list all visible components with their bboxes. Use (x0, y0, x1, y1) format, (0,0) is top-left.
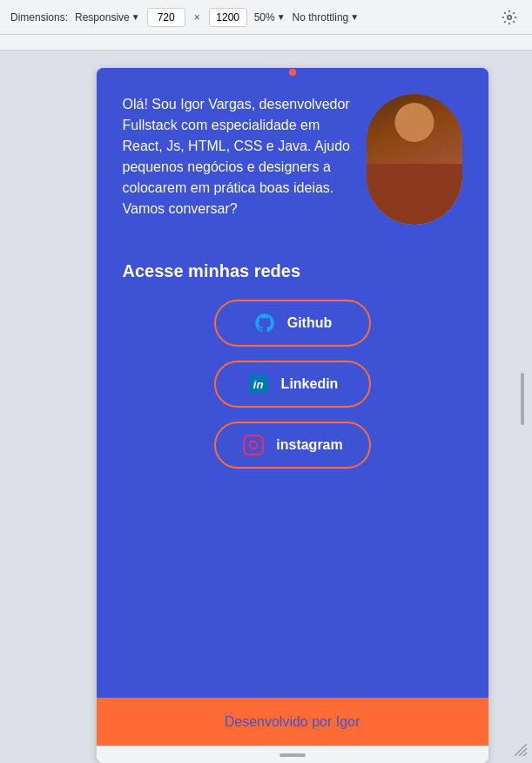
svg-point-2 (250, 442, 258, 449)
throttle-value: No throttling (293, 11, 349, 24)
page-footer: Desenvolvido por Igor (97, 698, 488, 746)
linkedin-button[interactable]: in Linkedin (214, 361, 371, 408)
social-buttons: Github in Linkedin (123, 300, 462, 469)
person-avatar (367, 94, 462, 225)
svg-point-0 (508, 15, 512, 19)
responsive-select[interactable]: Responsive ▼ (75, 11, 140, 24)
hero-image (367, 94, 462, 225)
responsive-arrow: ▼ (131, 12, 140, 22)
hero-text: Olá! Sou Igor Vargas, desenvolvedor Full… (123, 94, 353, 225)
scroll-indicator (279, 753, 306, 757)
footer-text: Desenvolvido por Igor (225, 714, 360, 730)
svg-line-6 (523, 753, 527, 756)
github-label: Github (287, 315, 333, 331)
dimension-separator: × (194, 11, 200, 24)
hero-section: Olá! Sou Igor Vargas, desenvolvedor Full… (97, 77, 488, 251)
settings-button[interactable] (497, 5, 522, 30)
resize-handle[interactable] (515, 744, 527, 756)
instagram-button[interactable]: instagram (214, 422, 371, 469)
nav-dot (289, 69, 296, 76)
svg-point-3 (258, 439, 259, 441)
page-content: Olá! Sou Igor Vargas, desenvolvedor Full… (97, 68, 488, 698)
social-section: Acesse minhas redes Github (97, 251, 488, 495)
scrollbar-track[interactable] (520, 68, 525, 763)
github-button[interactable]: Github (214, 300, 371, 347)
width-input[interactable] (147, 8, 185, 27)
linkedin-icon-box: in (249, 375, 268, 394)
zoom-value: 50% (254, 11, 275, 24)
linkedin-label: Linkedin (281, 376, 339, 392)
linkedin-icon: in (246, 372, 271, 396)
ruler (0, 35, 532, 51)
preview-area: Olá! Sou Igor Vargas, desenvolvedor Full… (0, 51, 532, 763)
height-input[interactable] (209, 8, 247, 27)
responsive-value: Responsive (75, 11, 130, 24)
zoom-arrow: ▼ (277, 12, 286, 22)
instagram-label: instagram (276, 437, 342, 453)
github-icon (253, 311, 277, 335)
devtools-toolbar: Dimensions: Responsive ▼ × 50% ▼ No thro… (0, 0, 532, 35)
throttle-select[interactable]: No throttling ▼ (293, 11, 360, 24)
svg-line-5 (519, 748, 527, 756)
social-title: Acesse minhas redes (123, 260, 301, 282)
dimensions-label: Dimensions: (10, 11, 68, 24)
bottom-bar (97, 746, 488, 763)
device-frame: Olá! Sou Igor Vargas, desenvolvedor Full… (97, 68, 488, 763)
svg-rect-1 (244, 436, 263, 455)
page-top-indicator (97, 68, 488, 77)
scrollbar-handle[interactable] (521, 373, 524, 425)
throttle-arrow: ▼ (350, 12, 359, 22)
instagram-icon (241, 433, 266, 457)
zoom-select[interactable]: 50% ▼ (254, 11, 286, 24)
